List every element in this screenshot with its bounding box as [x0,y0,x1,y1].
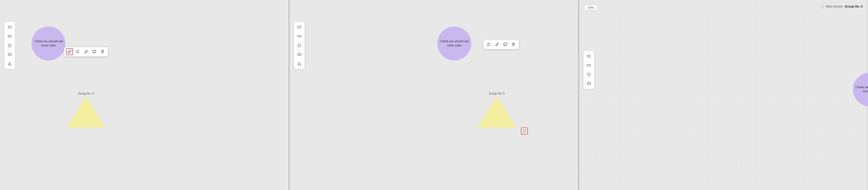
svg-rect-1 [8,36,11,37]
board-icon: ⬜ [820,4,824,8]
circle-shape-1[interactable]: I think we should eat more cake [31,27,65,61]
delete-button-2[interactable] [510,41,517,48]
circle-text-1: I think we should eat more cake [31,39,65,48]
circle-shape-3[interactable]: I think we should eat more cake [853,73,868,106]
svg-rect-6 [587,55,590,57]
triangle-tool[interactable] [6,60,13,68]
circle-tool-2[interactable] [296,42,303,49]
toolbar-3 [584,51,594,89]
triangle-container-1: Group No. 5 [67,92,105,128]
breadcrumb-board[interactable]: Mein Board/ [826,5,843,8]
rotate-button[interactable] [74,48,81,55]
wide-rect-tool-2[interactable] [296,32,303,40]
edit-button-2[interactable] [494,41,500,48]
panel-2: I think we should eat more cake Gro [289,0,579,190]
open-group-button[interactable] [521,128,528,135]
triangle-shape-2[interactable] [477,96,516,128]
panel-3: Julia ⬜ Mein Board/ Group No. 5 I think … [579,0,868,190]
edit-button[interactable] [83,48,89,55]
delete-button[interactable] [99,48,106,55]
wide-rect-tool-3[interactable] [585,62,593,69]
toolbar-1 [4,22,15,69]
svg-point-2 [8,44,11,47]
svg-point-8 [587,73,590,76]
svg-rect-3 [298,26,301,28]
cloud-tool-2[interactable] [296,51,303,59]
panel-1: I think we should eat more cake [0,0,289,190]
user-avatar[interactable]: Julia [584,4,598,10]
user-name: Julia [588,6,594,9]
svg-rect-0 [8,26,11,28]
svg-point-5 [298,44,301,47]
link-button[interactable] [66,48,73,55]
wide-rect-tool[interactable] [6,32,13,40]
circle-shape-2[interactable]: I think we should eat more cake [437,27,471,61]
cloud-tool-3[interactable] [585,80,593,87]
circle-text-2: I think we should eat more cake [437,39,471,48]
circle-tool[interactable] [6,42,13,49]
rectangle-tool-2[interactable] [296,23,303,31]
rotate-button-2[interactable] [485,41,492,48]
svg-rect-7 [587,65,591,66]
cloud-tool[interactable] [6,51,13,59]
triangle-shape-1[interactable] [67,96,105,128]
comment-button[interactable] [91,48,98,55]
rectangle-tool[interactable] [6,23,13,31]
comment-button-2[interactable] [502,41,508,48]
toolbar-2 [294,22,305,69]
action-toolbar-1 [64,47,108,56]
breadcrumb: ⬜ Mein Board/ Group No. 5 [820,4,863,8]
triangle-label-1: Group No. 5 [78,92,94,95]
svg-rect-4 [298,36,301,37]
circle-tool-3[interactable] [585,71,593,78]
action-toolbar-2 [484,40,519,49]
triangle-container-2: Group No. 5 [477,92,516,128]
triangle-label-2: Group No. 5 [489,92,504,95]
rectangle-tool-3[interactable] [585,52,593,60]
circle-text-3: I think we should eat more cake [853,85,868,93]
breadcrumb-group: Group No. 5 [845,5,863,8]
triangle-tool-2[interactable] [296,60,303,68]
